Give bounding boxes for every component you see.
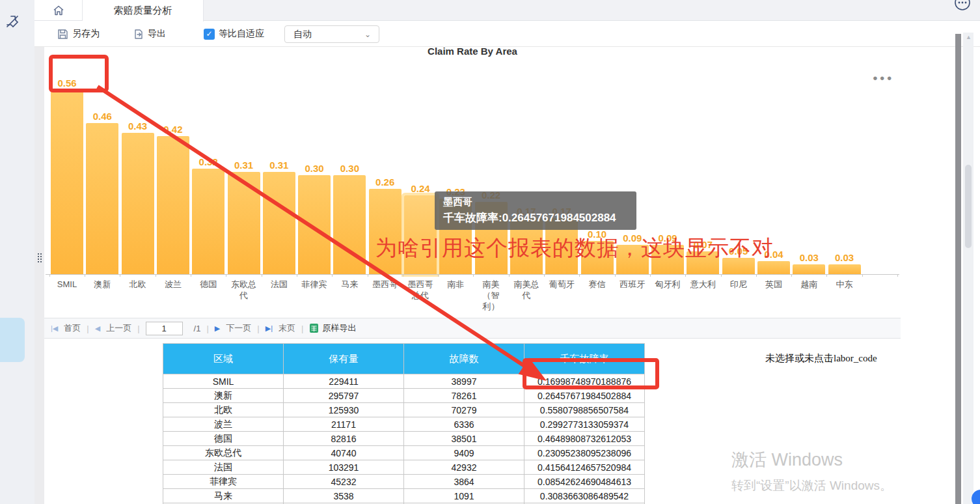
report-toolbar: 另存为 导出 ✓ 等比自适应 自动 ⌄ (34, 21, 980, 47)
separator: | (137, 324, 139, 333)
bar-波兰[interactable] (157, 136, 189, 274)
bar-SMIL[interactable] (51, 90, 83, 274)
x-axis-label: 墨西哥 (370, 279, 401, 290)
bar-中东[interactable] (828, 264, 861, 274)
table-cell: 3864 (404, 475, 524, 489)
bar-马来[interactable] (333, 175, 366, 274)
table-cell: 东欧总代 (163, 446, 284, 460)
fit-checkbox-label: 等比自适应 (219, 21, 264, 47)
table-row[interactable]: 马来353810910.3083663086489542 (163, 489, 645, 503)
annotation-text: 为啥引用这个报表的数据，这块显示不对 (375, 234, 774, 263)
zoom-mode-select[interactable]: 自动 ⌄ (284, 25, 379, 43)
table-row[interactable]: 德国82816385010.46489808732612053 (163, 432, 645, 446)
next-page-button[interactable]: 下一页 (226, 322, 251, 334)
next-page-icon[interactable]: ▶ (215, 324, 220, 333)
x-axis-label: 南非 (440, 279, 471, 290)
axis-tick (403, 274, 403, 277)
home-icon (52, 4, 65, 17)
axis-tick (332, 274, 333, 277)
x-axis-label: 葡萄牙 (546, 279, 577, 290)
bar-法国[interactable] (263, 172, 295, 274)
x-axis-label: 波兰 (157, 279, 189, 290)
chart-more-icon[interactable]: ●●● (873, 73, 894, 83)
axis-tick (85, 274, 85, 277)
separator: | (301, 324, 303, 333)
bar-菲律宾[interactable] (298, 175, 331, 274)
x-axis-label: 菲律宾 (299, 279, 330, 290)
axis-tick (262, 274, 262, 277)
separator: | (257, 324, 259, 333)
bar-value-label: 0.32 (189, 156, 228, 167)
bar-value-label: 0.31 (260, 160, 299, 171)
first-page-button[interactable]: 首页 (64, 322, 81, 334)
table-cell: 38501 (404, 432, 524, 446)
bar-越南[interactable] (793, 264, 825, 274)
tab-active[interactable]: 索赔质量分析 (83, 0, 204, 21)
prev-page-button[interactable]: 上一页 (106, 322, 131, 334)
axis-tick (49, 274, 50, 277)
zoom-mode-value: 自动 (293, 29, 312, 40)
table-cell: 波兰 (163, 417, 284, 432)
export-button[interactable]: 导出 (133, 21, 166, 47)
scrollbar-thumb[interactable] (965, 165, 972, 248)
table-row[interactable]: 法国103291429320.41564124657520984 (163, 460, 645, 475)
table-row[interactable]: 澳新295797782610.26457671984502884 (163, 389, 645, 403)
table-header-cell: 故障数 (404, 344, 524, 374)
last-page-button[interactable]: 末页 (279, 322, 295, 334)
unpin-icon[interactable] (5, 14, 20, 29)
table-row[interactable]: 北欧125930702790.5580798856507584 (163, 403, 645, 417)
table-header-cell: 千车故障率 (524, 344, 645, 374)
table-row[interactable]: 东欧总代4074094090.23095238095238096 (163, 446, 645, 460)
table-cell: 0.16998748970188876 (524, 374, 645, 389)
prev-page-icon[interactable]: ◀ (95, 324, 100, 333)
axis-tick (685, 274, 686, 277)
save-as-button[interactable]: 另存为 (57, 21, 100, 47)
x-axis-label: 德国 (193, 279, 224, 290)
bar-value-label: 0.26 (366, 176, 405, 188)
table-row[interactable]: SMIL229411389970.16998748970188876 (163, 374, 645, 389)
collapsed-panel-tab[interactable] (0, 318, 25, 362)
bar-德国[interactable] (192, 169, 225, 274)
table-cell: 40740 (284, 446, 404, 460)
separator: | (87, 324, 88, 333)
separator: | (206, 324, 208, 333)
table-cell: 78261 (404, 389, 524, 403)
axis-tick (615, 274, 616, 277)
last-page-icon[interactable]: ▶| (265, 324, 273, 333)
first-page-icon[interactable]: |◀ (51, 324, 58, 333)
axis-tick (438, 274, 439, 277)
bar-东欧总代[interactable] (228, 172, 260, 274)
save-as-label: 另存为 (72, 28, 100, 40)
table-cell: 38997 (404, 374, 524, 389)
tab-home[interactable] (34, 0, 83, 20)
table-cell: 0.2992773133059374 (524, 417, 645, 432)
drag-handle[interactable] (37, 253, 42, 264)
x-axis-label: 北欧 (122, 279, 154, 290)
bar-value-label: 0.03 (789, 252, 828, 263)
table-row[interactable]: 菲律宾4523238640.08542624690484613 (163, 475, 645, 489)
tooltip-value: 千车故障率:0.26457671984502884 (443, 210, 628, 225)
table-cell: 9409 (404, 446, 524, 460)
x-axis-label: 印尼 (723, 279, 754, 290)
param-pane-strip (34, 47, 44, 504)
bar-value-label: 0.31 (225, 160, 264, 171)
bar-北欧[interactable] (122, 133, 154, 274)
export-raw-button[interactable]: 原样导出 (309, 322, 356, 334)
window-more-icon[interactable] (954, 0, 971, 11)
save-icon (57, 29, 68, 40)
export-label: 导出 (148, 28, 166, 40)
bar-英国[interactable] (757, 261, 790, 274)
window-scrollbar[interactable]: ▲ (963, 33, 973, 504)
page-number-input[interactable] (146, 322, 183, 335)
table-row[interactable]: 波兰2117163360.2992773133059374 (163, 417, 645, 432)
bar-value-label: 0.30 (330, 163, 369, 174)
bar-澳新[interactable] (86, 123, 118, 274)
fit-checkbox[interactable]: ✓ (204, 29, 215, 40)
axis-tick (579, 274, 580, 277)
scroll-up-arrow[interactable]: ▲ (966, 34, 972, 40)
chart-tooltip: 墨西哥 千车故障率:0.26457671984502884 (435, 191, 636, 230)
table-cell: 澳新 (163, 389, 284, 403)
report-scrollbar[interactable] (955, 34, 961, 504)
table-cell: 北欧 (163, 403, 284, 417)
table-cell: 菲律宾 (163, 475, 284, 489)
